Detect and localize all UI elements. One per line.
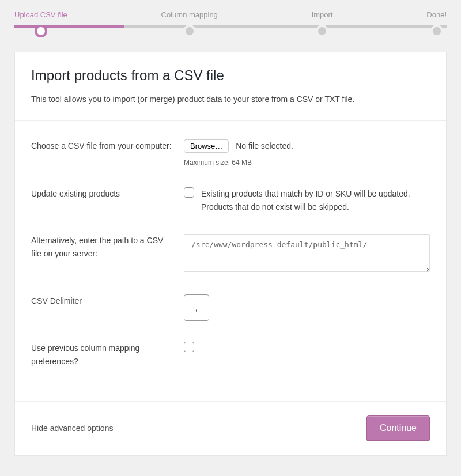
browse-button[interactable]: Browse…: [184, 139, 229, 153]
continue-button[interactable]: Continue: [366, 415, 430, 441]
server-path-field: /src/www/wordpress-default/public_html/: [184, 234, 430, 274]
max-size-text: Maximum size: 64 MB: [184, 158, 430, 167]
import-panel: Import products from a CSV file This too…: [14, 52, 447, 455]
step-label: Done!: [426, 10, 447, 19]
file-status-text: No file selected.: [236, 141, 293, 150]
step-import: Import: [312, 10, 333, 37]
choose-file-field: Browse… No file selected. Maximum size: …: [184, 139, 430, 167]
update-existing-desc: Existing products that match by ID or SK…: [201, 187, 430, 213]
delimiter-input[interactable]: [184, 294, 209, 321]
row-server-path: Alternatively, enter the path to a CSV f…: [31, 224, 430, 284]
step-dot-icon: [183, 25, 196, 37]
step-label: Column mapping: [161, 10, 218, 19]
prev-mapping-checkbox[interactable]: [184, 342, 194, 352]
row-update-existing: Update existing products Existing produc…: [31, 177, 430, 224]
panel-header: Import products from a CSV file This too…: [15, 52, 446, 121]
delimiter-label: CSV Delimiter: [31, 294, 184, 307]
step-dot-icon: [35, 25, 47, 37]
step-label: Import: [312, 10, 333, 19]
page-description: This tool allows you to import (or merge…: [31, 93, 430, 105]
server-path-label: Alternatively, enter the path to a CSV f…: [31, 234, 184, 260]
server-path-input[interactable]: /src/www/wordpress-default/public_html/: [184, 234, 430, 272]
prev-mapping-label: Use previous column mapping preferences?: [31, 342, 184, 368]
progress-stepper: Upload CSV file Column mapping Import Do…: [0, 0, 461, 37]
step-dot-icon: [430, 25, 443, 37]
step-done: Done!: [426, 10, 447, 37]
step-label: Upload CSV file: [14, 10, 67, 19]
panel-footer: Hide advanced options Continue: [15, 401, 446, 455]
choose-file-label: Choose a CSV file from your computer:: [31, 139, 184, 152]
prev-mapping-field: [184, 342, 430, 352]
page-title: Import products from a CSV file: [31, 67, 430, 84]
toggle-advanced-link[interactable]: Hide advanced options: [31, 424, 113, 433]
form-body: Choose a CSV file from your computer: Br…: [15, 121, 446, 401]
delimiter-field: [184, 294, 430, 321]
update-existing-field: Existing products that match by ID or SK…: [184, 187, 430, 213]
step-column-mapping: Column mapping: [161, 10, 218, 37]
row-delimiter: CSV Delimiter: [31, 284, 430, 331]
row-choose-file: Choose a CSV file from your computer: Br…: [31, 129, 430, 177]
update-existing-label: Update existing products: [31, 187, 184, 200]
update-existing-checkbox[interactable]: [184, 187, 194, 198]
step-dot-icon: [316, 25, 328, 37]
row-prev-mapping: Use previous column mapping preferences?: [31, 331, 430, 378]
step-upload: Upload CSV file: [14, 10, 67, 37]
